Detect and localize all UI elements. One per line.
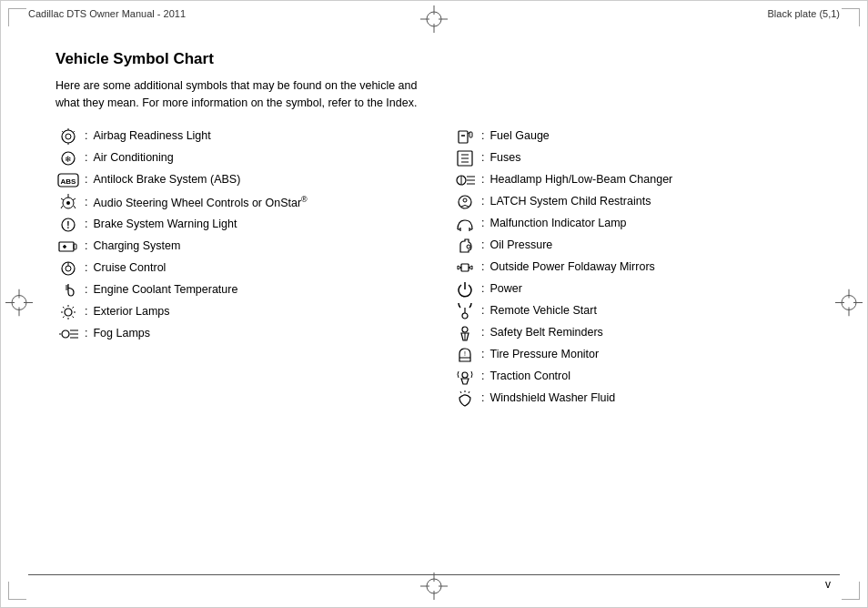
page-title: Vehicle Symbol Chart: [56, 50, 812, 68]
mirrors-icon: [452, 259, 478, 276]
svg-point-44: [66, 266, 71, 271]
svg-point-49: [65, 309, 72, 316]
mil-label: Malfunction Indicator Lamp: [490, 216, 626, 232]
fog-lamps-icon: [56, 326, 81, 342]
fuses-icon: [452, 150, 478, 167]
cruise-label: Cruise Control: [93, 260, 166, 277]
list-item: : Oil Pressure: [452, 238, 812, 254]
svg-line-33: [73, 198, 76, 200]
symbol-columns: : Airbag Readiness Light ❄ : Air Conditi…: [56, 128, 812, 412]
header-right: Black plate (5,1): [768, 8, 840, 19]
svg-rect-63: [459, 131, 468, 143]
intro-text: Here are some additional symbols that ma…: [56, 77, 438, 112]
fuel-icon: [452, 128, 478, 145]
svg-point-58: [62, 330, 69, 338]
svg-line-56: [63, 317, 65, 319]
svg-line-32: [61, 198, 64, 200]
list-item: : Windshield Washer Fluid: [452, 390, 812, 407]
svg-text:❄: ❄: [65, 155, 72, 164]
cruise-icon: [56, 260, 81, 277]
latch-icon: [452, 194, 478, 210]
corner-mark-bl: [8, 582, 26, 600]
main-content: Vehicle Symbol Chart Here are some addit…: [1, 32, 867, 431]
fuses-label: Fuses: [490, 150, 520, 167]
list-item: : Fog Lamps: [56, 326, 416, 342]
svg-point-77: [463, 198, 467, 202]
right-column: : Fuel Gauge : Fuses: [452, 128, 812, 412]
list-item: : Airbag Readiness Light: [56, 128, 416, 145]
ac-label: Air Conditioning: [93, 150, 173, 167]
tire-pressure-label: Tire Pressure Monitor: [490, 347, 599, 363]
svg-text:ABS: ABS: [61, 177, 77, 186]
washer-icon: [452, 390, 478, 407]
charging-label: Charging System: [93, 238, 180, 255]
list-item: : Fuel Gauge: [452, 128, 812, 145]
airbag-icon: [56, 128, 81, 145]
abs-label: Antilock Brake System (ABS): [93, 172, 240, 188]
audio-steering-label: Audio Steering Wheel Controls or OnStar®: [93, 194, 307, 212]
audio-steering-icon: [56, 194, 81, 210]
mirrors-label: Outside Power Foldaway Mirrors: [490, 259, 654, 276]
list-item: ❄ : Air Conditioning: [56, 150, 416, 167]
seatbelt-label: Safety Belt Reminders: [490, 325, 602, 341]
headlamp-label: Headlamp High/Low-Beam Changer: [490, 172, 672, 188]
fuel-label: Fuel Gauge: [490, 128, 549, 145]
list-item: : Outside Power Foldaway Mirrors: [452, 259, 812, 276]
svg-point-85: [462, 313, 468, 319]
airbag-label: Airbag Readiness Light: [93, 128, 210, 145]
bottom-line: [28, 574, 840, 575]
list-item: : Cruise Control: [56, 260, 416, 277]
svg-rect-65: [469, 132, 472, 137]
crosshair-left: [5, 289, 33, 319]
power-label: Power: [490, 281, 521, 298]
crosshair-right: [835, 289, 863, 319]
list-item: : Fuses: [452, 150, 812, 167]
list-item: : Remote Vehicle Start: [452, 303, 812, 319]
exterior-lamps-label: Exterior Lamps: [93, 304, 169, 320]
seatbelt-icon: [452, 325, 478, 341]
brake-label: Brake System Warning Light: [93, 217, 237, 233]
svg-text:!: !: [66, 220, 69, 230]
crosshair-bottom: [420, 573, 448, 603]
svg-text:!: !: [464, 350, 466, 357]
svg-line-94: [469, 391, 469, 393]
coolant-icon: [56, 282, 81, 299]
page: Cadillac DTS Owner Manual - 2011 Black p…: [0, 0, 868, 608]
svg-point-34: [66, 201, 70, 205]
remote-start-icon: [452, 303, 478, 319]
svg-point-82: [467, 245, 470, 248]
left-column: : Airbag Readiness Light ❄ : Air Conditi…: [56, 128, 416, 412]
svg-line-57: [73, 317, 75, 319]
svg-point-91: [462, 372, 468, 378]
headlamp-icon: [452, 172, 478, 188]
list-item: : LATCH System Child Restraints: [452, 194, 812, 210]
brake-icon: !: [56, 217, 81, 233]
list-item: ! : Tire Pressure Monitor: [452, 347, 812, 363]
exterior-lamps-icon: [56, 304, 81, 320]
header-left: Cadillac DTS Owner Manual - 2011: [28, 8, 186, 19]
fog-lamps-label: Fog Lamps: [93, 326, 150, 342]
list-item: : Headlamp High/Low-Beam Changer: [452, 172, 812, 188]
oil-icon: [452, 238, 478, 254]
list-item: : Engine Coolant Temperature: [56, 282, 416, 299]
svg-point-20: [62, 130, 75, 143]
mil-icon: [452, 216, 478, 232]
list-item: : Traction Control: [452, 369, 812, 385]
svg-rect-83: [461, 264, 469, 271]
svg-line-35: [61, 206, 63, 208]
corner-mark-br: [842, 582, 860, 600]
svg-rect-40: [74, 244, 76, 249]
svg-point-23: [66, 134, 71, 139]
tire-pressure-icon: !: [452, 347, 478, 363]
svg-line-54: [63, 307, 65, 309]
corner-mark-tl: [8, 8, 26, 26]
list-item: ABS : Antilock Brake System (ABS): [56, 172, 416, 188]
power-icon: [452, 281, 478, 298]
list-item: : Audio Steering Wheel Controls or OnSta…: [56, 194, 416, 212]
washer-label: Windshield Washer Fluid: [490, 390, 615, 407]
list-item: ! : Brake System Warning Light: [56, 217, 416, 233]
latch-label: LATCH System Child Restraints: [490, 194, 651, 210]
list-item: : Charging System: [56, 238, 416, 255]
crosshair-top: [420, 5, 448, 33]
oil-label: Oil Pressure: [490, 238, 552, 254]
